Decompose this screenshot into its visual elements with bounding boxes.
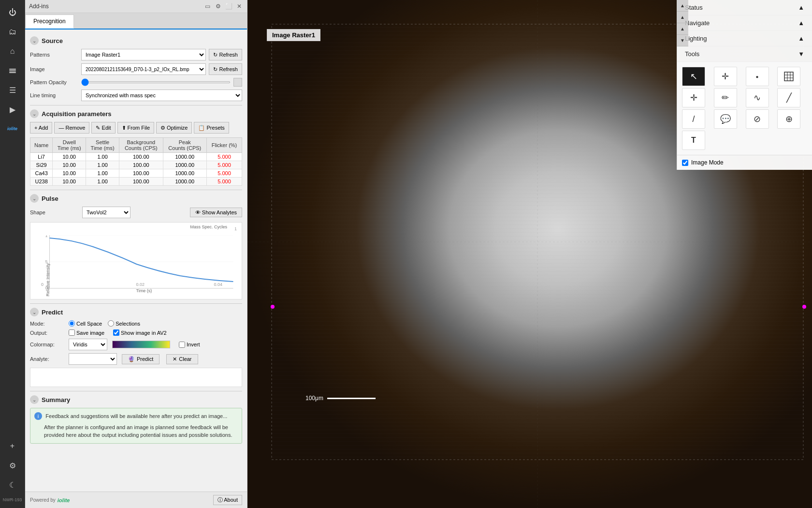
pulse-shape-row: Shape TwoVol2 👁 Show Analytes [30, 207, 242, 218]
summary-section-header: ⌄ Summary [30, 395, 242, 404]
summary-detail-text: After the planner is configured and an i… [44, 423, 238, 439]
line-timing-select[interactable]: Synchronized with mass spec [81, 90, 242, 101]
image-mode-checkbox[interactable] [682, 160, 688, 166]
col-bg: BackgroundCounts (CPS) [119, 138, 163, 153]
layers-icon[interactable] [4, 62, 21, 79]
table-row[interactable]: Li710.001.00100.001000.005.000 [30, 153, 242, 161]
add-analyte-button[interactable]: + Add [30, 122, 52, 134]
invert-option[interactable]: Invert [179, 342, 200, 348]
scroll-up-arrow[interactable]: ▲ [677, 0, 688, 12]
patterns-refresh-button[interactable]: ↻ Refresh [209, 49, 242, 60]
tab-precognition[interactable]: Precognition [25, 15, 74, 29]
from-file-button[interactable]: ⬆ From File [117, 122, 155, 134]
globe-tool-button[interactable]: ⊕ [777, 109, 800, 129]
cell-space-option[interactable]: Cell Space [69, 320, 102, 327]
text-tool-button[interactable]: T [682, 131, 705, 150]
panel-footer: Powered by iolite ⓘ About [25, 492, 247, 508]
folder-icon[interactable]: 🗂 [4, 23, 21, 41]
bubble-tool-button[interactable]: 💬 [714, 109, 737, 129]
slash-tool-button[interactable]: / [682, 109, 705, 129]
play-icon[interactable]: ▶ [4, 101, 21, 118]
diagonal-tool-button[interactable]: ╱ [777, 88, 800, 107]
add-tool-icon[interactable]: + [4, 437, 21, 455]
pulse-toggle[interactable]: ⌄ [30, 194, 39, 203]
analyte-table: Name DwellTime (ms) SettleTime (ms) Back… [30, 137, 242, 186]
colormap-label: Colormap: [30, 342, 64, 347]
selections-option[interactable]: Selections [108, 320, 140, 327]
pulse-section-header: ⌄ Pulse [30, 194, 242, 203]
settings-icon[interactable]: ⚙ [4, 457, 21, 474]
edit-analyte-button[interactable]: ✎ Edit [91, 122, 115, 134]
minimize-button[interactable]: ▭ [203, 2, 211, 10]
power-icon[interactable]: ⏻ [4, 4, 21, 21]
image-select[interactable]: 20220802121153649_D70-1-3_p2_IOx_RL.bmp [81, 63, 206, 75]
col-settle: SettleTime (ms) [86, 138, 119, 153]
cylinder-tool-button[interactable]: ⊘ [746, 109, 769, 129]
move-tool-button[interactable]: ✛ [682, 88, 705, 107]
lighting-item[interactable]: Lighting ▲ [677, 31, 812, 46]
source-toggle[interactable]: ⌄ [30, 36, 39, 45]
acq-toggle[interactable]: ⌄ [30, 109, 39, 118]
summary-title: Summary [42, 396, 70, 403]
crosshair-tool-button[interactable]: ✛ [714, 67, 737, 86]
status-item[interactable]: Status ▲ [677, 0, 812, 15]
about-button[interactable]: ⓘ About [213, 495, 242, 505]
analyte-row: Analyte: 🔮 Predict ✕ Clear [30, 353, 242, 365]
moon-icon[interactable]: ☾ [4, 476, 21, 493]
chart-x-min: 0 [41, 282, 44, 287]
predict-button[interactable]: 🔮 Predict [122, 354, 160, 364]
presets-button[interactable]: 📋 Presets [194, 122, 229, 134]
patterns-select[interactable]: Image Raster1 [81, 49, 206, 60]
optimize-button[interactable]: ⚙ Optimize [156, 122, 192, 134]
scroll-down-arrow[interactable]: ▼ [677, 35, 688, 46]
source-section-header: ⌄ Source [30, 36, 242, 45]
table-row[interactable]: U23810.001.00100.001000.005.000 [30, 178, 242, 186]
summary-info-box: i Feedback and suggestions will be avail… [30, 408, 242, 444]
main-panel: Add-ins ▭ ⚙ ⬜ ✕ Precognition ⌄ Source Pa… [25, 0, 812, 508]
navigate-item[interactable]: Navigate ▲ [677, 15, 812, 31]
colormap-select[interactable]: Viridis [69, 339, 107, 350]
addins-title: Add-ins [29, 3, 49, 10]
select-tool-button[interactable]: ↖ [682, 67, 705, 86]
analyte-select[interactable] [69, 353, 117, 365]
col-name: Name [30, 138, 53, 153]
iolite-brand-icon[interactable]: iolite [4, 120, 21, 137]
iolite-footer-logo: iolite [58, 497, 70, 503]
wave-tool-button[interactable]: ∿ [746, 88, 769, 107]
summary-main-text: i Feedback and suggestions will be avail… [34, 412, 238, 420]
chart-y-label: Relative Intensity [45, 263, 50, 297]
image-refresh-button[interactable]: ↻ Refresh [209, 63, 242, 75]
tools-arrow: ▼ [798, 50, 804, 58]
scroll-up2-arrow[interactable]: ▲ [677, 12, 688, 23]
tool-grid: ↖ ✛ ● ✛ ✏ ∿ ╱ / 💬 ⊘ ⊕ T [677, 62, 812, 155]
predict-toggle[interactable]: ⌄ [30, 308, 39, 316]
pencil-tool-button[interactable]: ✏ [714, 88, 737, 107]
table-row[interactable]: Si2910.001.00100.001000.005.000 [30, 161, 242, 169]
show-analytes-button[interactable]: 👁 Show Analytes [190, 208, 242, 217]
maximize-button[interactable]: ⬜ [225, 2, 232, 10]
clear-button[interactable]: ✕ Clear [166, 354, 198, 364]
addins-titlebar: Add-ins ▭ ⚙ ⬜ ✕ [25, 0, 247, 13]
mode-radio-group: Cell Space Selections [69, 320, 140, 327]
save-image-option[interactable]: Save image [69, 329, 104, 336]
list-icon[interactable]: ☰ [4, 81, 21, 99]
scroll-up3-arrow[interactable]: ▲ [677, 23, 688, 35]
mode-row: Mode: Cell Space Selections [30, 320, 242, 327]
close-button[interactable]: ✕ [235, 2, 243, 10]
show-image-option[interactable]: Show image in AV2 [113, 329, 167, 336]
colormap-bar [112, 341, 170, 348]
summary-toggle[interactable]: ⌄ [30, 395, 39, 404]
remove-analyte-button[interactable]: — Remove [54, 122, 89, 134]
table-row[interactable]: Ca4310.001.00100.001000.005.000 [30, 169, 242, 178]
circle-tool-button[interactable]: ● [746, 67, 769, 86]
settings-button[interactable]: ⚙ [214, 2, 222, 10]
table-tool-button[interactable] [777, 67, 800, 86]
acq-section-header: ⌄ Acquisition parameters [30, 109, 242, 118]
shape-select[interactable]: TwoVol2 [82, 207, 130, 218]
line-timing-label: Line timing [30, 92, 78, 98]
opacity-slider[interactable] [81, 81, 231, 83]
tools-item[interactable]: Tools ▼ [677, 46, 812, 62]
line-timing-row: Line timing Synchronized with mass spec [30, 90, 242, 101]
home-icon[interactable]: ⌂ [4, 43, 21, 60]
info-icon: i [34, 412, 42, 420]
